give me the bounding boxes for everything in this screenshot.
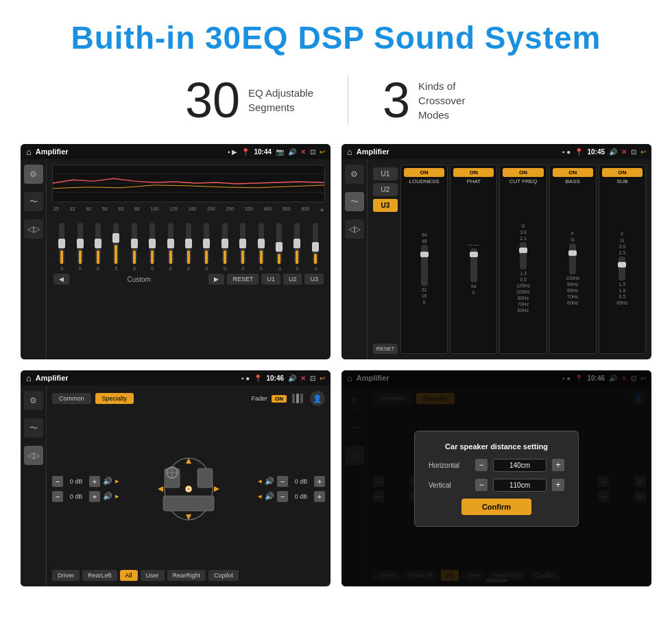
screen-speaker: ⌂ Amplifier ▪ ● 📍 10:46 🔊 ✕ ⊡ ↩ ⚙ 〜 ◁▷ C… <box>21 370 331 586</box>
loudness-on[interactable]: ON <box>404 168 444 177</box>
bass-on[interactable]: ON <box>553 168 593 177</box>
sidebar-btn-vol2[interactable]: ◁▷ <box>345 219 364 239</box>
sub-slider[interactable]: F G 3.0 2.5 1.5 1.0 0.5 60Hz <box>602 186 643 350</box>
u2-btn-1[interactable]: U2 <box>283 274 302 285</box>
eq-slider-7[interactable]: 0 <box>180 223 197 271</box>
sidebar-btn-wave3[interactable]: 〜 <box>24 418 43 438</box>
driver-btn[interactable]: Driver <box>52 570 80 581</box>
dec-btn-fl[interactable]: − <box>52 476 63 487</box>
home-icon-1[interactable]: ⌂ <box>26 147 32 157</box>
back-icon-2[interactable]: ↩ <box>640 148 646 156</box>
speaker-left-controls: − 0 dB + 🔊 ▸ − 0 dB + 🔊 <box>52 410 119 567</box>
cutfreq-label: CUT FREQ <box>509 178 538 184</box>
eq-slider-6[interactable]: 0 <box>162 223 178 271</box>
inc-btn-fl[interactable]: + <box>89 476 100 487</box>
channel-cutfreq: ON CUT FREQ G 3.8 2.1 1.3 0.5 125Hz 100H… <box>499 165 547 354</box>
sidebar-btn-eq3[interactable]: ⚙ <box>24 391 43 410</box>
eq-slider-13[interactable]: 0 <box>289 223 305 271</box>
next-btn[interactable]: ▶ <box>208 274 224 285</box>
eq-slider-4[interactable]: 0 <box>126 223 143 271</box>
dec-btn-rr[interactable]: − <box>277 491 288 502</box>
stat-eq-number: 30 <box>185 75 240 125</box>
location-icon-2: 📍 <box>575 148 583 156</box>
eq-slider-9[interactable]: 0 <box>217 223 233 271</box>
eq-slider-0[interactable]: 0 <box>53 223 70 271</box>
u2-select[interactable]: U2 <box>373 183 398 196</box>
eq-slider-3[interactable]: 5 <box>108 223 124 271</box>
eq-slider-1[interactable]: 0 <box>71 223 88 271</box>
channel-sub: ON SUB F G 3.0 2.5 1.5 1.0 0.5 <box>599 165 646 354</box>
back-icon-3[interactable]: ↩ <box>320 374 325 382</box>
phat-slider[interactable]: — — 64 0 <box>453 186 494 350</box>
distance-dialog-overlay: Car speaker distance setting Horizontal … <box>341 370 651 586</box>
eq-sliders: // Will render sliders below 0 0 0 <box>52 216 325 271</box>
horizontal-inc-btn[interactable]: + <box>552 459 564 471</box>
home-icon-2[interactable]: ⌂ <box>347 147 352 157</box>
reset-btn-1[interactable]: RESET <box>227 274 259 285</box>
bass-slider[interactable]: F G 100Hz 90Hz 80Hz 70Hz 60Hz <box>553 186 593 350</box>
camera-icon-1: 📷 <box>276 148 284 156</box>
expand-icon-3: ⊡ <box>310 374 315 382</box>
close-icon-2: ✕ <box>621 148 627 156</box>
eq-slider-11[interactable]: 0 <box>252 223 269 271</box>
prev-btn[interactable]: ◀ <box>53 274 69 285</box>
inc-btn-rl[interactable]: + <box>89 491 100 502</box>
eq-slider-10[interactable]: 0 <box>235 223 251 271</box>
sidebar-btn-vol3[interactable]: ◁▷ <box>24 446 43 465</box>
eq-slider-2[interactable]: 0 <box>90 223 106 271</box>
channel-phat: ON PHAT — — 64 0 <box>450 165 497 354</box>
inc-btn-rr[interactable]: + <box>314 491 325 502</box>
volume-icon-2: 🔊 <box>609 148 617 156</box>
car-diagram-wrapper <box>123 410 254 567</box>
reset-btn-2[interactable]: RESET <box>373 344 398 354</box>
rearleft-btn[interactable]: RearLeft <box>82 570 117 581</box>
sidebar-btn-wave[interactable]: 〜 <box>24 192 43 211</box>
u1-btn-1[interactable]: U1 <box>261 274 280 285</box>
eq-graph <box>52 165 325 202</box>
user-btn[interactable]: User <box>141 570 165 581</box>
u1-select[interactable]: U1 <box>373 167 398 180</box>
sidebar-btn-eq2[interactable]: ⚙ <box>345 165 364 184</box>
screen1-title: Amplifier <box>36 147 224 156</box>
sidebar-btn-wave2[interactable]: 〜 <box>345 192 364 211</box>
home-icon-3[interactable]: ⌂ <box>26 373 32 383</box>
confirm-button[interactable]: Confirm <box>461 499 531 515</box>
db-val-rl: 0 dB <box>66 493 86 500</box>
screen-eq-sliders: ⌂ Amplifier ▪ ▶ 📍 10:44 📷 🔊 ✕ ⊡ ↩ ⚙ 〜 ◁▷ <box>21 144 331 359</box>
loudness-slider[interactable]: 64 48 32 16 0 <box>404 186 444 350</box>
close-icon-1: ✕ <box>300 148 306 156</box>
speaker-body: Common Specialty Fader ON 👤 <box>52 391 325 580</box>
eq-slider-8[interactable]: 0 <box>198 223 215 271</box>
back-icon-1[interactable]: ↩ <box>320 148 325 156</box>
all-btn[interactable]: All <box>120 570 138 581</box>
common-btn[interactable]: Common <box>52 393 91 404</box>
eq-bottom-bar: ◀ Custom ▶ RESET U1 U2 U3 <box>52 274 325 285</box>
svg-rect-6 <box>197 468 213 488</box>
eq-slider-14[interactable]: -1 <box>307 223 324 271</box>
sub-on[interactable]: ON <box>602 168 643 177</box>
eq-slider-12[interactable]: -1 <box>271 223 287 271</box>
copilot-btn[interactable]: Copilot <box>208 570 239 581</box>
horizontal-dec-btn[interactable]: − <box>475 459 488 471</box>
sidebar-btn-vol[interactable]: ◁▷ <box>24 219 43 239</box>
horizontal-value: 140cm <box>493 459 547 472</box>
cutfreq-slider[interactable]: G 3.8 2.1 1.3 0.5 125Hz 100Hz 80Hz 70Hz <box>503 186 543 350</box>
u3-select[interactable]: U3 <box>373 199 398 212</box>
inc-btn-fr[interactable]: + <box>314 476 325 487</box>
phat-on[interactable]: ON <box>453 168 494 177</box>
left-sidebar-1: ⚙ 〜 ◁▷ <box>21 159 47 359</box>
rearright-btn[interactable]: RearRight <box>167 570 206 581</box>
stat-crossover: 3 Kinds ofCrossover Modes <box>348 75 521 125</box>
vertical-inc-btn[interactable]: + <box>552 479 564 491</box>
loudness-label: LOUDNESS <box>409 178 440 184</box>
specialty-btn[interactable]: Specialty <box>95 393 134 404</box>
sidebar-btn-eq[interactable]: ⚙ <box>24 165 43 184</box>
dec-btn-rl[interactable]: − <box>52 491 63 502</box>
eq-slider-5[interactable]: 0 <box>144 223 160 271</box>
svg-marker-13 <box>186 458 191 464</box>
dec-btn-fr[interactable]: − <box>277 476 288 487</box>
cutfreq-on[interactable]: ON <box>503 168 543 177</box>
screen2-icons: ▪ ● <box>562 148 571 156</box>
u3-btn-1[interactable]: U3 <box>304 274 324 285</box>
vertical-dec-btn[interactable]: − <box>475 479 488 491</box>
